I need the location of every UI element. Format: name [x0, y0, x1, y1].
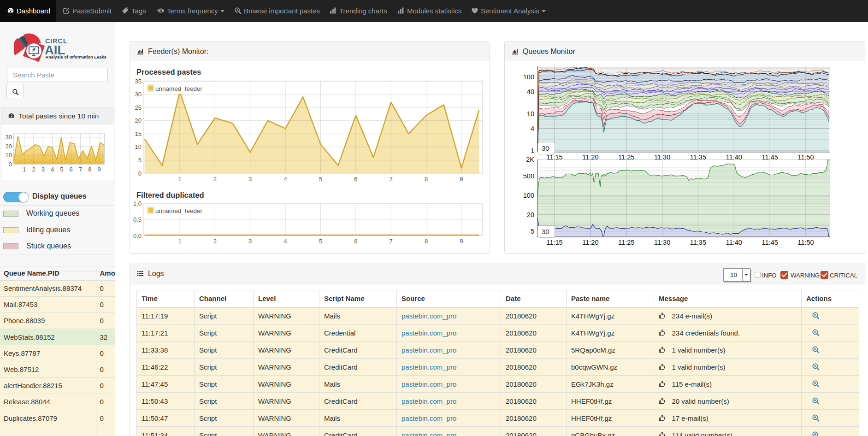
svg-text:11:50: 11:50: [797, 239, 814, 246]
svg-text:2K: 2K: [526, 156, 534, 163]
svg-text:5: 5: [531, 228, 534, 235]
svg-text:500: 500: [523, 172, 534, 180]
svg-text:11:30: 11:30: [654, 239, 670, 246]
svg-text:100: 100: [523, 192, 534, 199]
svg-text:20: 20: [527, 211, 534, 218]
svg-text:11:40: 11:40: [726, 239, 742, 246]
svg-text:11:15: 11:15: [546, 239, 562, 246]
svg-text:30: 30: [542, 228, 549, 236]
svg-text:11:35: 11:35: [690, 239, 706, 246]
svg-text:11:20: 11:20: [582, 239, 598, 246]
svg-text:11:25: 11:25: [618, 239, 634, 246]
svg-text:11:45: 11:45: [762, 239, 778, 246]
